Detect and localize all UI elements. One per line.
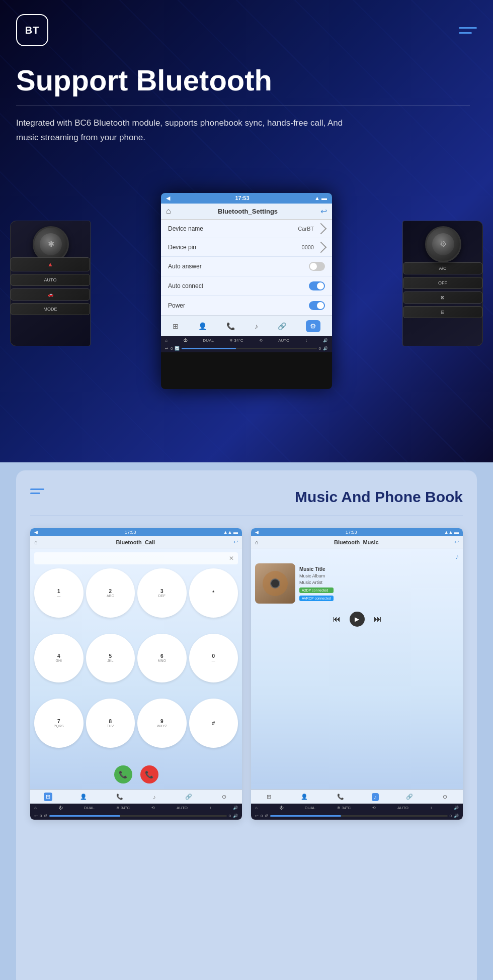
- phone-home-icon[interactable]: ⌂: [34, 539, 38, 545]
- hero-section: BT Support Bluetooth Integrated with BC6…: [0, 0, 493, 462]
- bottom-nav-settings-active[interactable]: ⚙: [306, 320, 320, 332]
- music-nav-phone[interactable]: 📞: [335, 793, 346, 801]
- car-body: ✱ ▲ AUTO 🚗 MODE ⚙ A/C OFF ⊠: [0, 160, 493, 422]
- hang-up-button[interactable]: 📞: [140, 765, 158, 783]
- dialer-key-4[interactable]: 4GHI: [34, 634, 84, 683]
- device-name-label: Device name: [168, 225, 203, 232]
- dialer-key-2[interactable]: 2ABC: [86, 568, 135, 618]
- sys-volume: 🔊: [323, 338, 328, 343]
- sys-home: ⌂: [165, 338, 168, 343]
- music-sys-dual: DUAL: [305, 806, 315, 810]
- left-button-panel: ▲ AUTO 🚗 MODE: [11, 257, 90, 315]
- dialer-key-7[interactable]: 7PQRS: [34, 699, 84, 748]
- bottom-nav-music[interactable]: ♪: [255, 322, 258, 330]
- dashboard-screen: ◀ 17:53 ▲ ▬ ⌂ Bluetooth_Settings ↩ Devic…: [161, 193, 332, 389]
- phone-sys-home: ⌂: [34, 806, 37, 810]
- music-nav-link[interactable]: 🔗: [404, 793, 415, 801]
- screen-title: Bluetooth_Settings: [179, 208, 316, 215]
- device-nav-bar: ⌂ Bluetooth_Settings ↩: [161, 204, 332, 220]
- off-button[interactable]: OFF: [403, 277, 482, 289]
- prev-track-button[interactable]: ⏮: [333, 615, 341, 624]
- prog-zero1: 0: [171, 346, 173, 351]
- music-nav-cam[interactable]: ⊙: [441, 793, 449, 801]
- section2-menu-icon[interactable]: [30, 488, 44, 494]
- display-button[interactable]: ⊟: [403, 306, 482, 318]
- right-button-panel: A/C OFF ⊠ ⊟: [403, 262, 482, 318]
- dialer-key-8[interactable]: 8TUV: [86, 699, 135, 748]
- auto-connect-label: Auto connect: [168, 282, 203, 289]
- dialer-key-6[interactable]: 6MNO: [137, 634, 187, 683]
- phone-back-arrow[interactable]: ◀: [34, 530, 38, 535]
- phone-status-bar: ◀ 17:53 ▲▲ ▬: [30, 528, 242, 536]
- prog-vol: 🔊: [323, 346, 328, 351]
- right-rotary-knob[interactable]: ⚙: [425, 226, 461, 262]
- settings-item-device-pin[interactable]: Device pin 0000: [161, 238, 332, 257]
- phone-time: 17:53: [125, 530, 136, 535]
- auto-answer-toggle[interactable]: [309, 262, 325, 271]
- dialer-key-0[interactable]: 0—: [189, 634, 238, 683]
- power-label: Power: [168, 302, 185, 309]
- bottom-nav-phone[interactable]: 📞: [226, 322, 235, 330]
- next-track-button[interactable]: ⏭: [374, 615, 382, 624]
- dialer-key-5[interactable]: 5JKL: [86, 634, 135, 683]
- phone-nav-cam[interactable]: ⊙: [220, 793, 228, 801]
- play-button[interactable]: ▶: [350, 612, 365, 627]
- device-bottom-nav: ⊞ 👤 📞 ♪ 🔗 ⚙: [161, 316, 332, 336]
- back-arrow[interactable]: ◀: [166, 195, 170, 202]
- music-prog-z2: 0: [450, 814, 452, 818]
- phone-nav-music[interactable]: ♪: [151, 793, 158, 801]
- music-prog-back: ↩: [255, 814, 259, 818]
- phone-prog-z2: 0: [229, 814, 231, 818]
- music-nav-contacts[interactable]: 👤: [299, 793, 310, 801]
- bottom-nav-apps[interactable]: ⊞: [173, 322, 179, 330]
- music-home-icon[interactable]: ⌂: [255, 539, 259, 545]
- ac-button[interactable]: A/C: [403, 262, 482, 274]
- power-toggle[interactable]: [309, 301, 325, 310]
- music-nav-music-active[interactable]: ♪: [372, 793, 379, 801]
- section2-divider: [30, 516, 463, 516]
- dialer-key-hash[interactable]: #: [189, 699, 238, 748]
- dialer-key-3[interactable]: 3DEF: [137, 568, 187, 618]
- home-icon[interactable]: ⌂: [166, 207, 175, 216]
- music-info-row: Music Title Music Album Music Artist A2D…: [255, 563, 459, 604]
- section2: Music And Phone Book ◀ 17:53 ▲▲ ▬ ⌂ Blue…: [16, 470, 477, 980]
- a2dp-badge: A2DP connected: [299, 587, 334, 593]
- mode-button[interactable]: MODE: [11, 303, 90, 315]
- music-nav-bar: ⌂ Bluetooth_Music ↩: [251, 536, 463, 548]
- phone-nav-contacts[interactable]: 👤: [78, 793, 89, 801]
- car-mode-button[interactable]: 🚗: [11, 288, 90, 301]
- clear-input-icon[interactable]: ✕: [229, 555, 234, 562]
- phone-sys-dual: DUAL: [84, 806, 95, 810]
- music-sys-power: ⏻: [279, 806, 283, 810]
- back-icon[interactable]: ↩: [320, 207, 327, 216]
- bottom-nav-contacts[interactable]: 👤: [198, 322, 207, 330]
- answer-call-button[interactable]: 📞: [114, 765, 132, 783]
- dialer-key-star[interactable]: *: [189, 568, 238, 618]
- auto-button[interactable]: AUTO: [11, 274, 90, 286]
- music-back-icon[interactable]: ↩: [454, 539, 459, 545]
- auto-connect-toggle[interactable]: [309, 281, 325, 290]
- car-display: ✱ ▲ AUTO 🚗 MODE ⚙ A/C OFF ⊠: [0, 160, 493, 422]
- phone-sys-vol: 🔊: [233, 806, 238, 810]
- chevron-icon-2: [315, 241, 327, 253]
- settings-item-auto-connect: Auto connect: [161, 276, 332, 296]
- dialer-key-9[interactable]: 9WXYZ: [137, 699, 187, 748]
- hazard-button[interactable]: ▲: [11, 257, 90, 271]
- phone-nav-link[interactable]: 🔗: [183, 793, 194, 801]
- music-prog-vol: 🔊: [454, 814, 459, 818]
- bottom-nav-link[interactable]: 🔗: [278, 322, 286, 330]
- phone-back-icon[interactable]: ↩: [233, 539, 238, 545]
- dialer-key-1[interactable]: 1—: [34, 568, 84, 618]
- phone-prog-icon: ↺: [44, 814, 47, 818]
- music-status-bar: ◀ 17:53 ▲▲ ▬: [251, 528, 463, 536]
- progress-bar: [182, 348, 316, 349]
- music-nav-apps[interactable]: ⊞: [265, 793, 273, 801]
- device-pin-value: 0000: [302, 244, 314, 250]
- music-back-arrow[interactable]: ◀: [255, 530, 259, 535]
- settings-item-device-name[interactable]: Device name CarBT: [161, 220, 332, 238]
- phone-nav-phone[interactable]: 📞: [114, 793, 125, 801]
- music-sys-home: ⌂: [255, 806, 258, 810]
- phone-nav-apps[interactable]: ⊞: [44, 793, 52, 801]
- defrost-button[interactable]: ⊠: [403, 291, 482, 304]
- section2-header: Music And Phone Book: [30, 488, 463, 506]
